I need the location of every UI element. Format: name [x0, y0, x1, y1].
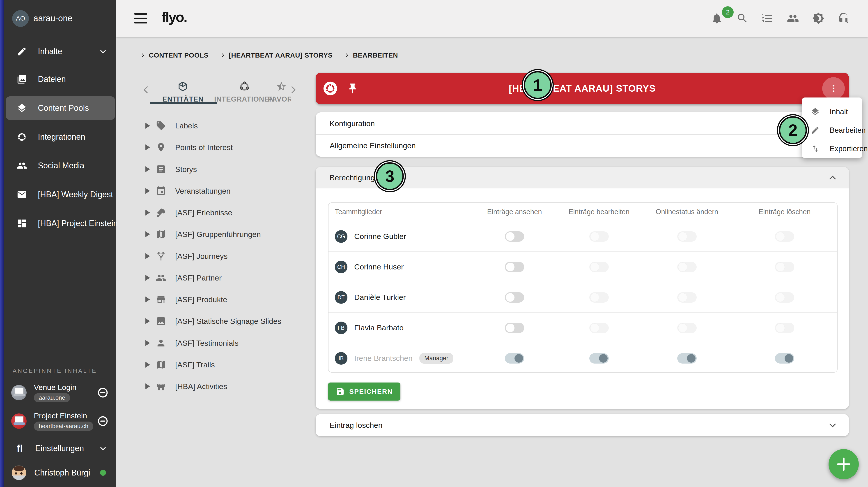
toggle-onlinestatus-aendern[interactable]	[677, 292, 696, 303]
sidebar-item-integrationen[interactable]: Integrationen	[6, 125, 115, 149]
pool-kebab-menu-button[interactable]	[822, 77, 845, 100]
numbered-list-icon[interactable]	[762, 12, 774, 24]
panel-konfiguration[interactable]: Konfiguration	[316, 112, 849, 135]
tree-item-storys[interactable]: Storys	[146, 164, 197, 174]
sidebar-item-content-pools[interactable]: Content Pools	[6, 96, 115, 120]
expander-icon[interactable]	[146, 253, 150, 259]
expander-icon[interactable]	[146, 188, 150, 194]
sidebar-item-project-einstein[interactable]: [HBA] Project Einstein	[6, 212, 115, 235]
tab-favoriten[interactable]: FAVORI	[268, 81, 291, 103]
unpin-icon[interactable]	[97, 416, 108, 427]
toggle-eintraege-ansehen[interactable]	[505, 231, 524, 242]
expander-icon[interactable]	[146, 166, 150, 172]
chevron-down-icon[interactable]	[99, 48, 107, 55]
panel-eintrag-loeschen[interactable]: Eintrag löschen	[316, 414, 849, 436]
expander-icon[interactable]	[146, 296, 150, 303]
tree-item-veranstaltungen[interactable]: Veranstaltungen	[146, 186, 230, 196]
tree-item-labels[interactable]: Labels	[146, 120, 198, 131]
unpin-icon[interactable]	[97, 387, 108, 398]
save-icon	[336, 387, 345, 396]
headset-icon[interactable]	[838, 12, 850, 24]
sidebar-item-einstellungen[interactable]: fl Einstellungen	[6, 437, 115, 460]
user-row[interactable]: Christoph Bürgi	[6, 458, 115, 487]
expander-icon[interactable]	[146, 340, 150, 346]
menu-item-bearbeiten[interactable]: Bearbeiten	[802, 120, 862, 140]
berechtigungen-body: Teammitglieder Einträge ansehen Einträge…	[316, 189, 849, 409]
toggle-eintraege-loeschen[interactable]	[775, 292, 794, 303]
menu-item-label: Bearbeiten	[830, 126, 866, 135]
tree-item-asf-statische-signage-slides[interactable]: [ASF] Statische Signage Slides	[146, 316, 281, 326]
tab-entitaeten[interactable]: ENTITÄTEN	[162, 81, 204, 103]
tree-item-hba-activities[interactable]: [HBA] Activities	[146, 381, 227, 392]
expander-icon[interactable]	[146, 275, 150, 281]
sidebar-divider	[4, 34, 116, 34]
breadcrumb-item[interactable]: BEARBEITEN	[344, 52, 398, 59]
toggle-eintraege-loeschen[interactable]	[775, 231, 794, 242]
pinned-section-label: ANGEPINNTE INHALTE	[12, 367, 97, 374]
expander-icon[interactable]	[146, 362, 150, 368]
breadcrumb-item[interactable]: [HEARTBEAT AARAU] STORYS	[220, 52, 333, 59]
toggle-onlinestatus-aendern[interactable]	[677, 323, 696, 333]
toggle-eintraege-bearbeiten[interactable]	[589, 262, 609, 272]
sidebar-item-dateien[interactable]: Dateien	[6, 67, 115, 91]
sidebar-item-social-media[interactable]: Social Media	[6, 154, 115, 177]
panel-allgemeine-einstellungen[interactable]: Allgemeine Einstellungen	[316, 135, 849, 156]
toggle-eintraege-ansehen[interactable]	[505, 262, 524, 272]
toggle-eintraege-bearbeiten[interactable]	[589, 353, 609, 364]
expander-icon[interactable]	[146, 318, 150, 324]
sidebar-item-inhalte[interactable]: Inhalte	[6, 40, 115, 63]
panel-label: Berechtigungen	[330, 173, 383, 182]
menu-item-inhalt[interactable]: Inhalt	[802, 102, 862, 121]
toggle-eintraege-ansehen[interactable]	[505, 323, 524, 333]
toggle-eintraege-loeschen[interactable]	[775, 323, 794, 333]
workspace-avatar[interactable]: AO	[12, 10, 29, 27]
pinned-item-project-einstein[interactable]: Project Einstein heartbeat-aarau.ch	[6, 407, 115, 435]
sidebar-item-weekly-digest[interactable]: [HBA] Weekly Digest	[6, 183, 115, 206]
save-button[interactable]: SPEICHERN	[328, 382, 400, 401]
toggle-onlinestatus-aendern[interactable]	[677, 353, 696, 364]
add-button[interactable]	[829, 449, 859, 479]
expander-icon[interactable]	[146, 231, 150, 237]
tree-item-asf-testimonials[interactable]: [ASF] Testimonials	[146, 338, 239, 348]
menu-item-label: Inhalt	[830, 108, 848, 116]
people-icon[interactable]	[787, 12, 799, 24]
pinned-item-venue-login[interactable]: Venue Login aarau.one	[6, 378, 115, 407]
user-name: Christoph Bürgi	[34, 468, 90, 478]
toggle-eintraege-ansehen[interactable]	[505, 292, 524, 303]
menu-item-exportieren[interactable]: Exportieren	[802, 139, 862, 159]
hamburger-menu-icon[interactable]	[134, 13, 147, 24]
tree-item-asf-erlebnisse[interactable]: [ASF] Erlebnisse	[146, 207, 232, 218]
toggle-eintraege-ansehen[interactable]	[505, 353, 524, 364]
tree-item-asf-partner[interactable]: [ASF] Partner	[146, 273, 222, 283]
online-status-dot	[100, 470, 106, 476]
tree-item-asf-journeys[interactable]: [ASF] Journeys	[146, 251, 227, 261]
tree-item-asf-produkte[interactable]: [ASF] Produkte	[146, 294, 227, 305]
bell-icon[interactable]	[711, 12, 723, 24]
toggle-eintraege-bearbeiten[interactable]	[589, 292, 609, 303]
theme-toggle-icon[interactable]	[812, 12, 825, 24]
toggle-onlinestatus-aendern[interactable]	[677, 231, 696, 242]
toggle-eintraege-loeschen[interactable]	[775, 353, 794, 364]
tab-integrationen[interactable]: INTEGRATIONEN	[214, 81, 274, 103]
menu-item-label: Exportieren	[830, 144, 868, 153]
map-icon	[156, 229, 166, 239]
chevron-down-icon[interactable]	[99, 445, 107, 452]
expander-icon[interactable]	[146, 210, 150, 216]
expander-icon[interactable]	[146, 383, 150, 389]
tree-item-asf-trails[interactable]: [ASF] Trails	[146, 360, 215, 370]
avatar	[12, 465, 26, 480]
expander-icon[interactable]	[146, 144, 150, 150]
toggle-eintraege-loeschen[interactable]	[775, 262, 794, 272]
toggle-onlinestatus-aendern[interactable]	[677, 262, 696, 272]
toggle-eintraege-bearbeiten[interactable]	[589, 231, 609, 242]
search-icon[interactable]	[736, 12, 748, 24]
toggle-eintraege-bearbeiten[interactable]	[589, 323, 609, 333]
sidebar: AO aarau-one Inhalte Dateien Content Poo…	[4, 0, 116, 487]
sidebar-item-label: Integrationen	[38, 132, 85, 142]
tree-item-asf-gruppenfuehrungen[interactable]: [ASF] Gruppenführungen	[146, 229, 261, 239]
sidebar-item-label: [HBA] Project Einstein	[38, 219, 118, 228]
tree-item-points-of-interest[interactable]: Points of Interest	[146, 142, 233, 152]
expander-icon[interactable]	[146, 123, 150, 128]
breadcrumb-item[interactable]: CONTENT POOLS	[140, 52, 209, 59]
column-header: Teammitglieder	[335, 208, 473, 216]
